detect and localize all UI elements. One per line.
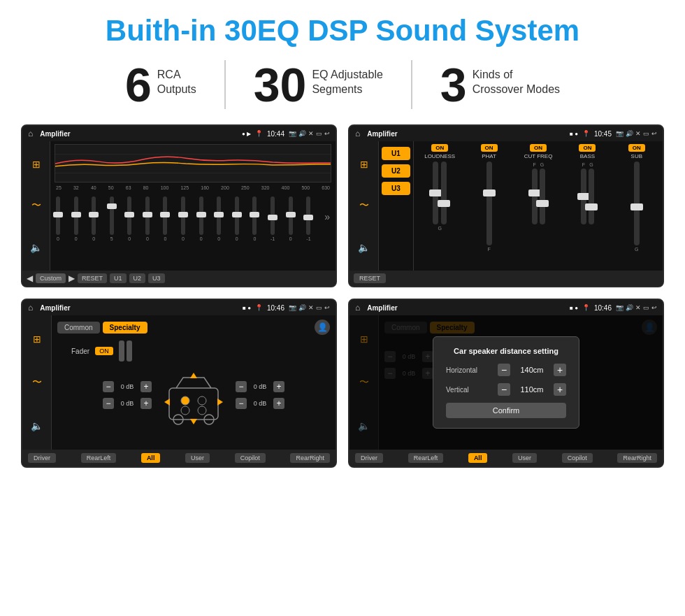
eq-filter-icon[interactable]: ⊞ bbox=[29, 156, 43, 173]
fader-sliders bbox=[119, 341, 132, 361]
specialty-tab[interactable]: Specialty bbox=[103, 322, 147, 334]
vertical-minus-button[interactable]: − bbox=[498, 383, 510, 396]
eq-reset-button[interactable]: RESET bbox=[78, 273, 107, 283]
dist-copilot-button[interactable]: Copilot bbox=[562, 453, 593, 463]
eq-slider-8: 0 bbox=[199, 196, 203, 241]
amp-channels: ON LOUDNESS G bbox=[414, 141, 663, 271]
cutfreq-on-button[interactable]: ON bbox=[530, 144, 547, 152]
dist-all-button[interactable]: All bbox=[468, 453, 488, 463]
dist-rearright-button[interactable]: RearRight bbox=[617, 453, 657, 463]
stat-rca-label1: RCA bbox=[157, 68, 196, 83]
dist-home-icon[interactable]: ⌂ bbox=[355, 303, 360, 313]
vertical-plus-button[interactable]: + bbox=[554, 383, 566, 396]
rearleft-button[interactable]: RearLeft bbox=[81, 453, 117, 463]
all-button[interactable]: All bbox=[141, 453, 161, 463]
phat-on-button[interactable]: ON bbox=[481, 144, 498, 152]
left-front-vol: − 0 dB + bbox=[103, 381, 152, 392]
dialog-vertical-row: Vertical − 110cm + bbox=[446, 383, 566, 396]
rearright-button[interactable]: RearRight bbox=[290, 453, 330, 463]
sub-label: SUB bbox=[631, 153, 642, 159]
sub-on-button[interactable]: ON bbox=[628, 144, 645, 152]
fader-on-button[interactable]: ON bbox=[95, 347, 113, 355]
svg-marker-12 bbox=[164, 399, 170, 406]
amp-u1-preset[interactable]: U1 bbox=[382, 147, 410, 160]
eq-custom-button[interactable]: Custom bbox=[36, 273, 66, 283]
right-front-minus[interactable]: − bbox=[236, 381, 247, 392]
eq-graph bbox=[55, 144, 331, 182]
screenshots-grid: ⌂ Amplifier ● ▶ 📍 10:44 📷 🔊 ✕ ▭ ↩ ⊞ 〜 🔈 bbox=[21, 124, 664, 468]
amp-u2-preset[interactable]: U2 bbox=[382, 164, 410, 178]
horizontal-minus-button[interactable]: − bbox=[498, 364, 510, 376]
amp-reset-button[interactable]: RESET bbox=[354, 273, 386, 283]
cross-close-icon: ✕ bbox=[308, 304, 314, 311]
eq-u3-button[interactable]: U3 bbox=[148, 273, 165, 283]
home-icon[interactable]: ⌂ bbox=[28, 129, 33, 138]
eq-time: 10:44 bbox=[267, 130, 284, 138]
eq-prev-button[interactable]: ◀ bbox=[27, 273, 33, 283]
loudness-on-button[interactable]: ON bbox=[431, 144, 448, 152]
user-button[interactable]: User bbox=[185, 453, 210, 463]
svg-point-8 bbox=[181, 406, 189, 415]
amp-filter-icon[interactable]: ⊞ bbox=[357, 156, 371, 173]
copilot-button[interactable]: Copilot bbox=[235, 453, 266, 463]
cross-content-area: ⊞ 〜 🔈 Common Specialty 👤 Fader ON bbox=[22, 315, 336, 450]
eq-slider-5: 0 bbox=[145, 196, 150, 241]
cross-wave-icon[interactable]: 〜 bbox=[29, 373, 45, 392]
eq-speaker-icon[interactable]: 🔈 bbox=[27, 239, 45, 256]
amp-close-icon: ✕ bbox=[635, 130, 641, 137]
right-front-vol: − 0 dB + bbox=[236, 381, 284, 392]
driver-button[interactable]: Driver bbox=[28, 453, 56, 463]
cross-speaker-icon[interactable]: 🔈 bbox=[28, 417, 45, 434]
eq-slider-10: 0 bbox=[235, 196, 239, 241]
left-front-plus[interactable]: + bbox=[140, 381, 152, 392]
dialog-title: Car speaker distance setting bbox=[446, 347, 566, 355]
dist-content-area: ⊞ 〜 🔈 Common Specialty 👤 bbox=[349, 315, 663, 450]
right-rear-val: 0 dB bbox=[250, 400, 271, 407]
dist-status-bar: ⌂ Amplifier ■ ● 📍 10:46 📷 🔊 ✕ ▭ ↩ bbox=[349, 300, 663, 315]
amp-channel-sub: ON SUB G bbox=[614, 144, 660, 268]
eq-freq-labels: 25 32 40 50 63 80 100 125 160 200 250 32… bbox=[55, 185, 331, 190]
left-volume-group: − 0 dB + − 0 dB + bbox=[103, 381, 152, 409]
cross-back-icon[interactable]: ↩ bbox=[324, 304, 330, 311]
eq-slider-1: 0 bbox=[74, 196, 78, 241]
amp-speaker-icon[interactable]: 🔈 bbox=[355, 239, 373, 256]
cross-tabs: Common Specialty 👤 bbox=[57, 320, 330, 335]
dist-window-icon: ▭ bbox=[643, 304, 649, 311]
dialog-horizontal-label: Horizontal bbox=[446, 366, 488, 374]
dist-volume-icon: 🔊 bbox=[626, 304, 633, 311]
dist-status-dots: ■ ● bbox=[570, 305, 578, 311]
right-front-plus[interactable]: + bbox=[273, 381, 284, 392]
dialog-horizontal-controls: − 140cm + bbox=[498, 364, 566, 376]
cross-home-icon[interactable]: ⌂ bbox=[28, 303, 33, 313]
horizontal-plus-button[interactable]: + bbox=[554, 364, 566, 376]
dist-rearleft-button[interactable]: RearLeft bbox=[408, 453, 444, 463]
left-rear-plus[interactable]: + bbox=[140, 398, 152, 409]
left-front-minus[interactable]: − bbox=[103, 381, 114, 392]
eq-wave-icon[interactable]: 〜 bbox=[29, 196, 44, 215]
right-rear-plus[interactable]: + bbox=[273, 398, 284, 409]
amp-wave-icon[interactable]: 〜 bbox=[356, 196, 372, 215]
eq-u1-button[interactable]: U1 bbox=[110, 273, 127, 283]
amp-back-icon[interactable]: ↩ bbox=[651, 130, 657, 137]
cross-filter-icon[interactable]: ⊞ bbox=[30, 331, 44, 348]
dist-user-button[interactable]: User bbox=[512, 453, 537, 463]
dist-camera-icon: 📷 bbox=[616, 304, 623, 311]
amp-u3-preset[interactable]: U3 bbox=[382, 182, 410, 195]
profile-icon[interactable]: 👤 bbox=[315, 320, 330, 335]
cross-location-icon: 📍 bbox=[255, 304, 263, 311]
bass-on-button[interactable]: ON bbox=[579, 144, 596, 152]
right-rear-minus[interactable]: − bbox=[236, 398, 247, 409]
dist-status-icons: 📷 🔊 ✕ ▭ ↩ bbox=[616, 304, 657, 311]
dist-driver-button[interactable]: Driver bbox=[355, 453, 383, 463]
left-rear-minus[interactable]: − bbox=[103, 398, 114, 409]
dist-back-icon[interactable]: ↩ bbox=[651, 304, 657, 311]
eq-u2-button[interactable]: U2 bbox=[129, 273, 146, 283]
common-tab[interactable]: Common bbox=[57, 322, 100, 334]
confirm-button[interactable]: Confirm bbox=[446, 403, 566, 418]
eq-play-button[interactable]: ▶ bbox=[68, 273, 75, 283]
back-icon[interactable]: ↩ bbox=[324, 130, 330, 137]
amp-home-icon[interactable]: ⌂ bbox=[355, 129, 360, 138]
eq-app-name: Amplifier bbox=[40, 130, 238, 138]
cutfreq-label: CUT FREQ bbox=[524, 153, 553, 159]
eq-slider-13: 0 bbox=[289, 196, 293, 241]
